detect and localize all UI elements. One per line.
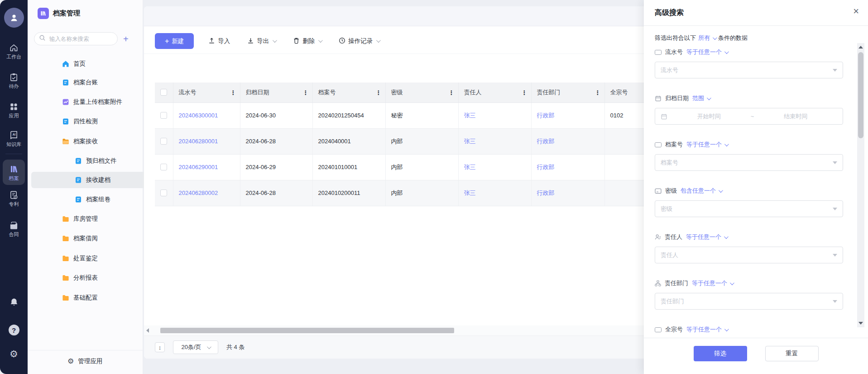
- department-link[interactable]: 行政部: [537, 112, 555, 119]
- doc-icon: [75, 176, 82, 184]
- folder-icon: [62, 294, 69, 301]
- sidebar-item-manage-apps[interactable]: ⚙ 管理应用: [67, 357, 102, 365]
- delete-button[interactable]: 删除: [290, 37, 324, 46]
- sidebar-item-label: 档案借阅: [73, 234, 98, 243]
- add-menu-button[interactable]: +: [123, 34, 129, 44]
- filter-label-row-1: 流水号等于任意一个: [655, 49, 843, 56]
- condition-select[interactable]: 等于任意一个: [686, 48, 728, 56]
- cell-archive_date: 2024-06-28: [240, 128, 312, 154]
- rail-item-archive[interactable]: 档案: [3, 160, 25, 185]
- page-size-select[interactable]: 20条/页: [173, 340, 218, 354]
- chevron-down-icon: [719, 188, 723, 193]
- condition-select[interactable]: 范围: [692, 94, 710, 102]
- settings-gear-button[interactable]: ⚙: [0, 349, 28, 359]
- rail-item-workbench[interactable]: 工作台: [0, 43, 28, 59]
- row-checkbox[interactable]: [160, 164, 167, 170]
- caret-down-icon: [833, 208, 837, 210]
- sidebar-search[interactable]: [34, 32, 118, 45]
- calendar-icon: [661, 113, 667, 120]
- column-menu-icon[interactable]: ⋮: [595, 89, 601, 96]
- manage-apps-label: 管理应用: [78, 357, 102, 365]
- rail-item-apps[interactable]: 应用: [0, 102, 28, 118]
- search-icon: [39, 34, 46, 41]
- department-link[interactable]: 行政部: [537, 164, 555, 170]
- row-checkbox[interactable]: [160, 112, 167, 119]
- department-link[interactable]: 行政部: [537, 138, 555, 145]
- condition-select[interactable]: 等于任意一个: [686, 325, 728, 334]
- page-jump-icon[interactable]: ↕: [155, 342, 165, 352]
- owner-link[interactable]: 张三: [464, 112, 476, 119]
- filter-select-4[interactable]: 密级: [655, 200, 843, 217]
- filter-select-3[interactable]: 档案号: [655, 154, 843, 171]
- condition-select[interactable]: 等于任意一个: [686, 233, 727, 241]
- condition-select[interactable]: 包含任意一个: [681, 187, 722, 195]
- import-button[interactable]: 导入: [206, 37, 233, 46]
- filter-button[interactable]: 筛选: [694, 346, 747, 361]
- download-icon: [247, 37, 254, 44]
- rail-item-contract[interactable]: 合同: [0, 221, 28, 237]
- field-icon: [655, 327, 662, 332]
- date-range-input[interactable]: 开始时间~结束时间: [655, 108, 843, 125]
- column-menu-icon[interactable]: ⋮: [303, 89, 309, 96]
- operation-log-button[interactable]: 操作记录: [336, 37, 382, 46]
- close-icon[interactable]: ×: [853, 6, 859, 16]
- scroll-down-arrow[interactable]: [857, 320, 864, 326]
- row-checkbox[interactable]: [160, 138, 167, 145]
- department-link[interactable]: 行政部: [537, 189, 555, 196]
- folder-open-icon: [62, 138, 69, 145]
- filter-label-row-3: 档案号等于任意一个: [655, 141, 843, 148]
- condition-select[interactable]: 等于任意一个: [686, 141, 728, 149]
- filter-select-1[interactable]: 流水号: [655, 62, 843, 78]
- scroll-left-arrow[interactable]: [144, 327, 151, 334]
- field-icon: [655, 142, 662, 147]
- caret-down-icon: [833, 300, 837, 303]
- search-input[interactable]: [48, 35, 107, 43]
- owner-link[interactable]: 张三: [464, 164, 476, 170]
- export-button[interactable]: 导出: [245, 37, 278, 46]
- app-logo-books-icon: [40, 10, 47, 17]
- cell-file_no: 20240201250454: [312, 102, 385, 128]
- vertical-scrollbar: [857, 43, 864, 327]
- rail-item-label: 专利: [9, 201, 19, 207]
- select-all-checkbox[interactable]: [160, 89, 167, 96]
- todo-icon: [9, 73, 19, 82]
- column-menu-icon[interactable]: ⋮: [230, 89, 236, 96]
- help-button[interactable]: ?: [0, 325, 28, 335]
- chevron-down-icon: [713, 35, 717, 40]
- serial-link[interactable]: 202406280002: [179, 189, 218, 196]
- app-title: 档案管理: [53, 9, 80, 18]
- serial-link[interactable]: 202406290001: [179, 164, 218, 170]
- sidebar-item-label: 批量上传档案附件: [73, 98, 122, 106]
- scroll-up-arrow[interactable]: [857, 44, 864, 50]
- filter-field-name: 全宗号: [665, 325, 683, 334]
- rail-item-todo[interactable]: 待办: [0, 73, 28, 89]
- column-menu-icon[interactable]: ⋮: [376, 89, 382, 96]
- column-menu-icon[interactable]: ⋮: [449, 89, 455, 96]
- rail-item-patent[interactable]: 专利: [0, 190, 28, 207]
- row-checkbox[interactable]: [160, 189, 167, 196]
- filter-select-6[interactable]: 责任部门: [655, 293, 843, 310]
- notifications-bell-button[interactable]: [0, 297, 28, 307]
- filter-select-5[interactable]: 责任人: [655, 247, 843, 263]
- avatar[interactable]: [4, 8, 24, 28]
- column-menu-icon[interactable]: ⋮: [522, 89, 528, 96]
- match-mode-select[interactable]: 所有: [698, 34, 716, 42]
- rail-item-label: 待办: [9, 83, 19, 89]
- gear-icon: ⚙: [67, 358, 74, 365]
- column-header-label: 责任人: [464, 89, 482, 96]
- rail-item-label: 应用: [9, 113, 19, 118]
- horizontal-scrollbar-thumb[interactable]: [160, 328, 454, 333]
- new-button[interactable]: + 新建: [155, 33, 194, 49]
- bell-icon: [9, 297, 19, 307]
- owner-link[interactable]: 张三: [464, 138, 476, 145]
- chevron-down-icon: [376, 38, 381, 43]
- condition-value: 等于任意一个: [686, 48, 722, 56]
- tag-icon: [655, 188, 662, 194]
- owner-link[interactable]: 张三: [464, 189, 476, 196]
- rail-item-knowledge[interactable]: AI知识库: [0, 131, 28, 147]
- vertical-scrollbar-thumb[interactable]: [858, 52, 863, 138]
- serial-link[interactable]: 202406280001: [179, 138, 218, 145]
- reset-button[interactable]: 重置: [765, 346, 819, 361]
- condition-select[interactable]: 等于任意一个: [692, 279, 733, 287]
- serial-link[interactable]: 202406300001: [179, 112, 218, 119]
